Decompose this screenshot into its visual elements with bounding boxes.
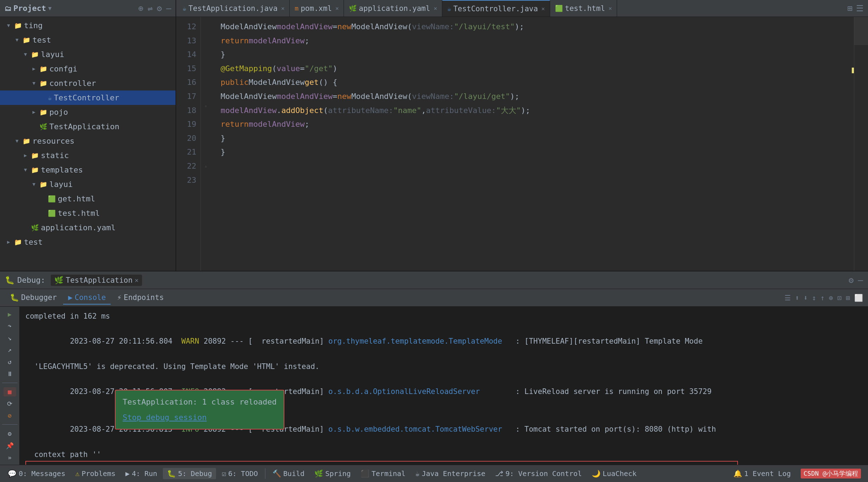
- soft-wrap-icon[interactable]: ↕: [812, 294, 816, 302]
- close-debug-tab[interactable]: ✕: [135, 276, 138, 284]
- expand-btn[interactable]: »: [4, 453, 16, 462]
- tab-testapplication-java[interactable]: ☕ TestApplication.java ✕: [178, 0, 290, 17]
- tree-item-resources[interactable]: ▼ 📁 resources: [0, 134, 176, 148]
- tab-problems[interactable]: ⚠ Problems: [71, 468, 119, 479]
- maximize-icon[interactable]: ⬜: [854, 294, 863, 302]
- tab-spring[interactable]: 🌿 Spring: [310, 468, 355, 479]
- tab-endpoints[interactable]: ⚡ Endpoints: [112, 291, 168, 305]
- console-area[interactable]: completed in 162 ms 2023-08-27 20:11:56.…: [20, 307, 868, 465]
- step-over-btn[interactable]: ↷: [4, 321, 16, 331]
- tree-item-test-root[interactable]: ▶ 📁 test: [0, 235, 176, 249]
- evaluate-btn[interactable]: ⏸: [4, 369, 16, 378]
- settings-icon[interactable]: ⚙: [849, 275, 854, 285]
- close-tab-icon[interactable]: ✕: [281, 5, 285, 12]
- settings2-icon[interactable]: ⊞: [846, 294, 850, 302]
- resume-btn[interactable]: ▶: [4, 309, 16, 319]
- tree-item-testapplication[interactable]: 🌿 TestApplication: [0, 119, 176, 134]
- tree-item-layui-templates[interactable]: ▼ 📁 layui: [0, 177, 176, 192]
- tab-terminal[interactable]: ⬛ Terminal: [356, 468, 410, 479]
- tree-item-test-html[interactable]: 🟩 test.html: [0, 206, 176, 220]
- tab-pom-xml[interactable]: m pom.xml ✕: [290, 0, 344, 17]
- debug-app-tab[interactable]: 🌿 TestApplication ✕: [51, 275, 142, 286]
- folder-icon: 🗂: [4, 4, 11, 13]
- project-label: Project: [13, 4, 46, 13]
- tab-messages[interactable]: 💬 0: Messages: [4, 468, 69, 479]
- stop-btn[interactable]: ■: [4, 387, 16, 396]
- line-numbers: 12 13 14 15 16 17 18 19 20 21 22 23: [176, 17, 201, 271]
- tab-application-yaml[interactable]: 🌿 application.yaml ✕: [344, 0, 442, 17]
- csdn-item[interactable]: CSDN @小马学编程: [797, 467, 864, 480]
- chevron-down-icon: ▼: [48, 5, 52, 12]
- pause-output-icon[interactable]: ⊕: [829, 294, 833, 302]
- git-icon: ⎇: [495, 469, 503, 478]
- tab-todo[interactable]: ☑ 6: TODO: [217, 468, 262, 479]
- close-tab-icon[interactable]: ✕: [335, 5, 339, 12]
- tree-item-confgi[interactable]: ▶ 📁 confgi: [0, 62, 176, 76]
- scroll-down-icon[interactable]: ⬇: [804, 294, 808, 302]
- code-line-16: @GetMapping(value = "/get"): [218, 62, 854, 76]
- rerun-btn[interactable]: ⟳: [4, 399, 16, 408]
- tree-item-templates[interactable]: ▼ 📁 templates: [0, 163, 176, 177]
- mute-breakpoints-btn[interactable]: ⊘: [4, 411, 16, 420]
- console-line: completed in 162 ms: [25, 310, 862, 323]
- close-tab-icon[interactable]: ✕: [609, 5, 612, 12]
- minimize-icon[interactable]: —: [858, 275, 863, 285]
- debug-header: 🐛 Debug: 🌿 TestApplication ✕ ⚙ —: [0, 271, 868, 289]
- tree-item-layui[interactable]: ▼ 📁 layui: [0, 47, 176, 62]
- tab-testcontroller-java[interactable]: ☕ TestController.java ✕: [442, 0, 550, 17]
- tab-java-enterprise[interactable]: ☕ Java Enterprise: [411, 468, 490, 479]
- clear-icon[interactable]: ↑: [820, 294, 825, 302]
- tree-item-test[interactable]: ▼ 📁 test: [0, 33, 176, 47]
- csdn-badge: CSDN @小马学编程: [801, 469, 861, 478]
- tab-overflow-icon[interactable]: ☰: [856, 4, 864, 13]
- close-tab-icon[interactable]: ✕: [434, 5, 437, 12]
- tab-test-html[interactable]: 🟩 test.html ✕: [550, 0, 617, 17]
- close-tab-icon[interactable]: ✕: [541, 5, 545, 12]
- tab-debug-bottom[interactable]: 🐛 5: Debug: [163, 468, 216, 479]
- run-to-cursor-btn[interactable]: ↺: [4, 357, 16, 367]
- split-icon[interactable]: ⇌: [148, 4, 153, 13]
- tab-console[interactable]: ▶ Console: [63, 291, 111, 305]
- tree-item-get-html[interactable]: 🟩 get.html: [0, 192, 176, 206]
- tree-item-ting[interactable]: ▼ 📁 ting: [0, 18, 176, 33]
- print-icon[interactable]: ⊡: [837, 294, 842, 302]
- minus-icon[interactable]: —: [166, 4, 171, 13]
- stop-debug-link[interactable]: Stop debug session: [123, 411, 277, 424]
- tab-run[interactable]: ▶ 4: Run: [121, 468, 161, 479]
- code-line-19: modelAndView.addObject( attributeName: "…: [218, 104, 854, 118]
- tab-build[interactable]: 🔨 Build: [268, 468, 309, 479]
- scroll-up-icon[interactable]: ⬆: [795, 294, 799, 302]
- filter-icon[interactable]: ☰: [784, 294, 791, 302]
- code-line-20: return modelAndView;: [218, 117, 854, 131]
- tab-version-control[interactable]: ⎇ 9: Version Control: [491, 468, 586, 479]
- tree-item-application-yaml[interactable]: 🌿 application.yaml: [0, 220, 176, 235]
- tab-action-icon[interactable]: ⊞: [848, 4, 852, 13]
- pin-btn[interactable]: 📌: [4, 441, 16, 450]
- bottom-toolbar: 💬 0: Messages ⚠ Problems ▶ 4: Run 🐛 5: D…: [0, 465, 868, 482]
- globe-icon[interactable]: ⊕: [138, 4, 143, 13]
- settings-debug-btn[interactable]: ⚙: [4, 429, 16, 438]
- step-in-btn[interactable]: ↘: [4, 333, 16, 343]
- spring-bottom-icon: 🌿: [314, 469, 323, 478]
- gear-icon[interactable]: ⚙: [157, 4, 162, 13]
- code-lines[interactable]: ModelAndView modelAndView = new ModelAnd…: [211, 17, 854, 271]
- event-log-item[interactable]: 🔔 1 Event Log: [730, 468, 794, 479]
- tree-item-static[interactable]: ▶ 📁 static: [0, 148, 176, 163]
- code-line-21: }: [218, 131, 854, 145]
- warning-icon: ⚠: [75, 469, 79, 478]
- step-out-btn[interactable]: ↗: [4, 345, 16, 355]
- console-line: context path '': [25, 449, 862, 461]
- project-panel: 🗂 Project ▼ ⊕ ⇌ ⚙ — ▼ 📁 ting: [0, 0, 176, 271]
- tab-debugger[interactable]: 🐛 Debugger: [5, 291, 62, 305]
- endpoint-icon: ⚡: [117, 293, 122, 302]
- tree-item-pojo[interactable]: ▶ 📁 pojo: [0, 105, 176, 119]
- java-enterprise-icon: ☕: [415, 469, 420, 478]
- tree-item-controller[interactable]: ▼ 📁 controller: [0, 76, 176, 90]
- code-line-14: }: [218, 48, 854, 62]
- tooltip-popup: TestApplication: 1 class reloaded Stop d…: [115, 390, 284, 430]
- tab-luacheck[interactable]: 🌙 LuaCheck: [587, 468, 641, 479]
- terminal-icon: ⬛: [361, 469, 369, 478]
- code-line-18: ModelAndView modelAndView = new ModelAnd…: [218, 89, 854, 104]
- tree-item-testcontroller[interactable]: ☕ TestController: [0, 90, 176, 105]
- xml-tab-icon: m: [295, 5, 298, 12]
